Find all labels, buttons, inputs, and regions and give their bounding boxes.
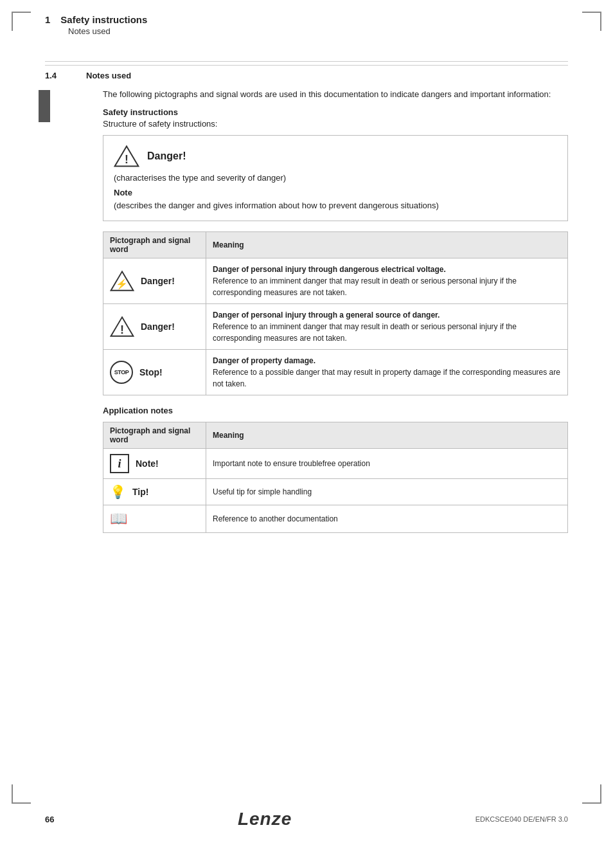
header-divider [45,61,568,62]
safety-table-row: ⚡ Danger!Danger of personal injury throu… [103,258,568,304]
warning-triangle-icon: ! [114,145,139,168]
corner-mark-tl2 [12,12,31,13]
safety-table-col1: Pictograph and signal word [103,232,206,258]
intro-paragraph: The following pictographs and signal wor… [103,88,568,101]
svg-text:!: ! [125,152,129,165]
electric-warning-icon: ⚡ [110,270,134,292]
meaning-text-2: Danger of property damage.Reference to a… [213,355,561,390]
note-label: Note [114,188,557,197]
app-meaning-cell-1: Useful tip for simple handling [206,479,568,505]
app-icon-cell-1: 💡Tip! [103,479,206,505]
section-title: Notes used [86,71,131,80]
meaning-cell-1: Danger of personal injury through a gene… [206,304,568,350]
danger-header: ! Danger! [114,145,557,168]
danger-title: Danger! [147,150,186,162]
corner-mark-bl2 [12,802,31,804]
app-notes-row: iNote!Important note to ensure troublefr… [103,449,568,479]
meaning-cell-0: Danger of personal injury through danger… [206,258,568,304]
chapter-number: 1 [45,14,50,25]
icon-inner-2: STOPStop! [110,361,199,384]
meaning-cell-2: Danger of property damage.Reference to a… [206,350,568,395]
header-subtitle: Notes used [68,26,568,36]
app-table-col2: Meaning [206,422,568,449]
doc-icon: 📖 [110,511,127,527]
meaning-text-0: Danger of personal injury through danger… [213,264,561,298]
icon-inner-1: ! Danger! [110,316,199,338]
doc-reference: EDKCSCE040 DE/EN/FR 3.0 [475,815,568,823]
app-meaning-text-1: Useful tip for simple handling [213,486,561,498]
safety-table-row: STOPStop!Danger of property damage.Refer… [103,350,568,395]
icon-cell-2: STOPStop! [103,350,206,395]
app-signal-word-0: Note! [136,458,159,469]
corner-mark-bl [12,784,13,804]
app-meaning-text-0: Important note to ensure troublefree ope… [213,458,561,469]
structure-text: Structure of safety instructions: [103,119,568,129]
app-icon-cell-0: iNote! [103,449,206,479]
app-signal-word-1: Tip! [132,487,148,497]
corner-mark-br2 [582,802,601,804]
danger-box: ! Danger! (characterises the type and se… [103,135,568,222]
chapter-heading: 1 Safety instructions [45,14,568,25]
corner-mark-tl [12,12,13,31]
signal-word-0: Danger! [141,276,175,286]
safety-table: Pictograph and signal word Meaning ⚡ Dan… [103,231,568,395]
app-meaning-text-2: Reference to another documentation [213,513,561,525]
meaning-text-1: Danger of personal injury through a gene… [213,309,561,344]
icon-cell-1: ! Danger! [103,304,206,350]
danger-subtitle: (characterises the type and severity of … [114,173,557,183]
app-notes-row: 💡Tip!Useful tip for simple handling [103,479,568,505]
general-warning-icon: ! [110,316,134,338]
svg-text:!: ! [120,323,124,336]
corner-mark-br [600,784,601,804]
signal-word-2: Stop! [139,367,163,377]
icon-cell-0: ⚡ Danger! [103,258,206,304]
page-header: 1 Safety instructions Notes used [45,14,568,66]
section-content: The following pictographs and signal wor… [103,88,568,533]
app-notes-title: Application notes [103,406,568,415]
stop-icon: STOP [110,361,133,384]
section-number: 1.4 [45,71,71,80]
note-text: (describes the danger and gives informat… [114,199,557,212]
corner-mark-tr2 [582,12,601,13]
safety-table-col2: Meaning [206,232,568,258]
page-footer: 66 Lenze EDKCSCE040 DE/EN/FR 3.0 [45,804,568,829]
app-icon-cell-2: 📖 [103,505,206,533]
section-header: 1.4 Notes used [45,71,568,80]
safety-table-row: ! Danger!Danger of personal injury throu… [103,304,568,350]
app-meaning-cell-2: Reference to another documentation [206,505,568,533]
svg-text:⚡: ⚡ [116,278,129,290]
app-meaning-cell-0: Important note to ensure troublefree ope… [206,449,568,479]
signal-word-1: Danger! [141,321,175,332]
app-notes-row: 📖Reference to another documentation [103,505,568,533]
icon-inner-0: ⚡ Danger! [110,270,199,292]
page-number: 66 [45,815,54,824]
corner-mark-tr [600,12,601,31]
safety-instructions-heading: Safety instructions [103,107,568,117]
app-table-col1: Pictograph and signal word [103,422,206,449]
chapter-title: Safety instructions [60,14,147,25]
app-notes-table: Pictograph and signal word Meaning iNote… [103,422,568,533]
info-icon: i [110,454,129,473]
lenze-logo: Lenze [238,809,292,829]
tip-icon: 💡 [110,484,126,500]
main-content: 1.4 Notes used The following pictographs… [45,71,568,543]
